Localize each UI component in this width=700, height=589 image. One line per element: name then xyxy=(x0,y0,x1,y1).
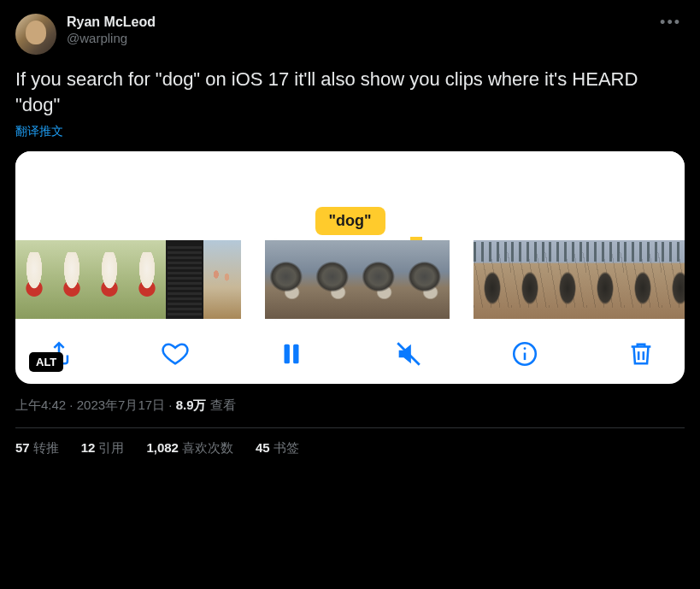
timeline-frame xyxy=(549,240,586,319)
timeline-frame xyxy=(586,240,624,319)
clip-group-3[interactable] xyxy=(474,240,685,319)
stats-row: 57转推 12引用 1,082喜欢次数 45书签 xyxy=(15,440,685,456)
tweet-text: If you search for "dog" on iOS 17 it'll … xyxy=(15,67,685,117)
video-timeline[interactable] xyxy=(15,240,685,319)
media-toolbar xyxy=(15,319,685,375)
timeline-frame xyxy=(15,240,53,319)
bookmarks-label: 书签 xyxy=(274,440,299,455)
heart-icon[interactable] xyxy=(161,339,190,368)
likes-count: 1,082 xyxy=(146,440,179,455)
svg-rect-0 xyxy=(285,345,290,364)
user-info: Ryan McLeod @warpling xyxy=(67,14,156,47)
search-term-badge: "dog" xyxy=(315,207,385,235)
timeline-frame xyxy=(265,240,311,319)
tweet-date: 2023年7月17日 xyxy=(77,398,165,412)
clip-group-2[interactable] xyxy=(265,240,450,319)
pause-icon[interactable] xyxy=(277,339,306,368)
tweet-metadata[interactable]: 上午4:42 · 2023年7月17日 · 8.9万 查看 xyxy=(15,398,685,414)
tweet-header: Ryan McLeod @warpling ••• xyxy=(15,14,685,55)
timeline-frame xyxy=(311,240,357,319)
tweet-time: 上午4:42 xyxy=(15,398,66,412)
mute-icon[interactable] xyxy=(394,339,423,368)
retweets-label: 转推 xyxy=(33,440,59,455)
views-label: 查看 xyxy=(207,398,236,412)
timeline-frame xyxy=(511,240,549,319)
trash-icon[interactable] xyxy=(626,339,656,368)
info-icon[interactable] xyxy=(510,339,539,368)
quotes-stat[interactable]: 12引用 xyxy=(81,440,125,456)
media-card[interactable]: "dog" xyxy=(15,151,685,384)
bookmarks-stat[interactable]: 45书签 xyxy=(256,440,299,456)
timeline-frame xyxy=(624,240,662,319)
timeline-frame xyxy=(357,240,403,319)
likes-label: 喜欢次数 xyxy=(182,440,233,455)
separator: · xyxy=(66,398,77,412)
tweet-container: Ryan McLeod @warpling ••• If you search … xyxy=(0,0,700,470)
timeline-frame xyxy=(403,240,450,319)
avatar[interactable] xyxy=(15,14,56,55)
divider xyxy=(15,427,685,428)
timeline-frame xyxy=(128,240,166,319)
clip-group-1[interactable] xyxy=(15,240,241,319)
alt-text-badge[interactable]: ALT xyxy=(29,352,63,372)
retweets-count: 57 xyxy=(15,440,30,455)
timeline-frame xyxy=(474,240,511,319)
quotes-count: 12 xyxy=(81,440,96,455)
timeline-frame xyxy=(53,240,91,319)
views-count: 8.9万 xyxy=(176,398,207,412)
retweets-stat[interactable]: 57转推 xyxy=(15,440,59,456)
svg-rect-1 xyxy=(294,345,299,364)
translate-link[interactable]: 翻译推文 xyxy=(15,124,685,139)
timeline-frame xyxy=(203,240,241,319)
more-options-icon[interactable]: ••• xyxy=(660,14,681,32)
display-name[interactable]: Ryan McLeod xyxy=(67,14,156,30)
svg-point-5 xyxy=(523,348,526,350)
likes-stat[interactable]: 1,082喜欢次数 xyxy=(146,440,233,456)
media-whitespace: "dog" xyxy=(15,151,685,240)
user-handle[interactable]: @warpling xyxy=(67,30,156,47)
quotes-label: 引用 xyxy=(98,440,124,455)
timeline-frame xyxy=(166,240,203,319)
bookmarks-count: 45 xyxy=(256,440,270,455)
timeline-frame xyxy=(91,240,128,319)
separator: · xyxy=(165,398,176,412)
timeline-frame xyxy=(662,240,685,319)
